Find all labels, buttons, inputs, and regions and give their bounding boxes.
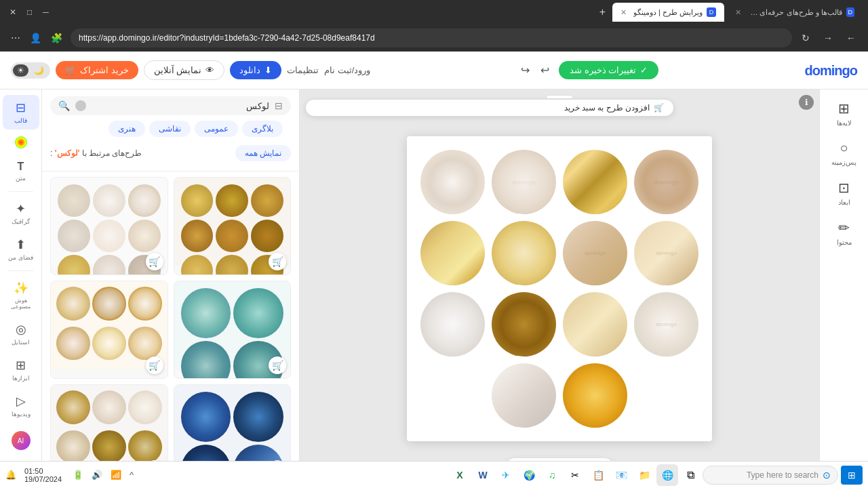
online-preview-button[interactable]: 👁 نمایش آنلاین [144, 60, 225, 80]
taskbar-app-spotify[interactable]: ♫ [541, 464, 563, 486]
back-button[interactable]: ← [842, 30, 860, 46]
save-button[interactable]: ✓ تغییرات ذخیره شد [559, 61, 658, 79]
tool-my-space[interactable]: ⬆ فضای من [3, 232, 39, 266]
redo-button[interactable]: ↪ [517, 61, 534, 79]
taskbar-app-telegram[interactable]: ✈ [495, 464, 517, 486]
circle-12[interactable] [420, 292, 485, 357]
template-2-add-button[interactable]: 🛒 [146, 253, 163, 270]
taskbar-app-browser[interactable]: 🌍 [518, 464, 540, 486]
clock[interactable]: 01:50 19/07/2024 [20, 467, 66, 483]
taskbar-app-edge[interactable]: 🌐 [656, 464, 678, 486]
show-all-button[interactable]: نمایش همه [235, 145, 291, 161]
tab-2-close[interactable]: ✕ [620, 8, 627, 17]
filter-tab-naghashi[interactable]: نقاشی [149, 121, 191, 137]
undo-redo-group: ↩ ↪ [517, 61, 553, 79]
close-button[interactable]: ✕ [5, 5, 20, 20]
minimize-button[interactable]: ─ [39, 5, 53, 20]
taskbar-task-view[interactable]: ⧉ [681, 466, 700, 485]
tool-template[interactable]: ⊟ قالب [3, 95, 39, 129]
refresh-button[interactable]: ↻ [797, 30, 814, 46]
layers-icon: ⊞ [838, 100, 850, 117]
taskbar-app-excel[interactable]: X [449, 464, 471, 486]
tab-2[interactable]: D ویرایش طرح | دومینگو ✕ [612, 3, 724, 22]
circle-13[interactable] [563, 363, 627, 428]
logo: domingo [805, 62, 857, 79]
circle-7[interactable] [492, 221, 556, 285]
circle-1[interactable]: domingo [634, 150, 698, 214]
template-card-3[interactable]: 🛒 [174, 281, 292, 379]
template-3-add-button[interactable]: 🛒 [269, 357, 286, 374]
template-card-2[interactable]: 🛒 [50, 177, 168, 275]
tool-ai[interactable]: ✨ هوش مصنوعی [3, 275, 39, 315]
network-icon[interactable]: 📶 [108, 468, 124, 481]
collapse-handle[interactable] [546, 95, 573, 99]
taskbar-app-word[interactable]: W [472, 464, 494, 486]
sidebar-item-layers[interactable]: ⊞ لایه‌ها [824, 95, 865, 132]
sidebar-item-content[interactable]: ✏ محتوا [824, 214, 865, 251]
tool-tools[interactable]: ⊞ ابزارها [3, 352, 39, 387]
search-input[interactable] [92, 101, 269, 111]
circle-5[interactable]: domingo [634, 221, 698, 285]
taskbar-app-explorer[interactable]: 📁 [633, 464, 655, 486]
more-button[interactable]: ⋯ [8, 30, 23, 46]
tool-videos[interactable]: ▷ ویدیوها [3, 388, 39, 423]
subscribe-button[interactable]: خرید اشتراک 🛒 [56, 61, 138, 79]
style-icon: ◎ [16, 322, 26, 337]
new-tab-button[interactable]: + [595, 6, 610, 18]
tool-graphics[interactable]: ✦ گرافیک [3, 196, 39, 230]
restore-button[interactable]: □ [23, 5, 36, 20]
circle-8[interactable] [420, 221, 485, 285]
theme-toggle[interactable]: 🌙 ☀ [11, 62, 50, 79]
filter-tab-blogari[interactable]: بلاگری [242, 121, 283, 137]
login-label[interactable]: ورود/ثبت نام [324, 65, 370, 75]
canvas[interactable]: domingo domingo domingo domingo [407, 136, 712, 441]
circle-3[interactable]: domingo [492, 150, 556, 214]
circle-14[interactable] [492, 363, 556, 428]
chevron-icon[interactable]: ^ [127, 468, 136, 481]
taskbar-search[interactable]: ⊙ Type here to search [703, 466, 838, 485]
circle-2[interactable] [563, 150, 627, 214]
taskbar-app-mail[interactable]: 📧 [610, 464, 632, 486]
filter-icon[interactable]: ⊟ [275, 100, 283, 111]
light-theme-icon[interactable]: ☀ [13, 64, 28, 77]
tab-1[interactable]: D قالب‌ها و طرح‌های حرفه‌ای و رایگار ✕ [727, 3, 863, 22]
add-to-cart-button[interactable]: 🛒 افزودن طرح به سبد خرید [305, 99, 674, 117]
filter-tab-omomi[interactable]: عمومی [195, 121, 238, 137]
canvas-info-button[interactable]: ℹ [799, 95, 814, 110]
taskbar-app-snip[interactable]: ✂ [564, 464, 586, 486]
dark-theme-icon[interactable]: 🌙 [30, 64, 48, 77]
tool-style[interactable]: ◎ استایل [3, 317, 39, 351]
sidebar-item-background[interactable]: ○ پس‌زمینه [824, 135, 865, 171]
browser-icon: 🌍 [524, 470, 535, 481]
extensions-button[interactable]: 🧩 [48, 30, 65, 46]
forward-button[interactable]: → [819, 30, 837, 46]
battery-icon[interactable]: 🔋 [70, 468, 86, 481]
tool-color[interactable] [3, 131, 39, 154]
circle-6[interactable]: domingo [563, 221, 627, 285]
filter-tab-honari[interactable]: هنری [108, 121, 145, 137]
address-input[interactable] [71, 28, 792, 47]
undo-button[interactable]: ↩ [536, 61, 553, 79]
right-panel: ⊟ 🔍 بلاگری عمومی نقاشی هنری نمایش همه طر… [42, 89, 300, 488]
tool-text[interactable]: T متن [3, 155, 39, 187]
template-card-1[interactable]: 🛒 [174, 177, 292, 275]
circle-4[interactable] [420, 150, 485, 214]
taskbar-app-taskman[interactable]: 📋 [587, 464, 609, 486]
volume-icon[interactable]: 🔊 [89, 468, 105, 481]
profile-button[interactable]: 👤 [27, 30, 44, 46]
circle-9[interactable]: domingo [634, 292, 698, 357]
right-tools: ⊟ قالب T متن ✦ گرافیک ⬆ فضای من ✨ ه [0, 89, 42, 488]
sidebar-item-dimensions[interactable]: ⊡ ابعاد [824, 174, 865, 211]
template-4-add-button[interactable]: 🛒 [146, 357, 163, 374]
settings-label[interactable]: تنظیمات [287, 65, 319, 75]
template-card-4[interactable]: 🛒 [50, 281, 168, 379]
search-icon[interactable]: 🔍 [58, 100, 70, 111]
mail-icon: 📧 [616, 470, 627, 481]
notification-icon[interactable]: 🔔 [5, 470, 16, 480]
download-button[interactable]: ⬇ دانلود [230, 61, 281, 79]
template-1-add-button[interactable]: 🛒 [269, 253, 286, 270]
circle-11[interactable] [492, 292, 556, 357]
circle-10[interactable] [563, 292, 627, 357]
start-button[interactable]: ⊞ [841, 466, 863, 485]
tool-ai-badge[interactable]: AI [3, 426, 39, 455]
